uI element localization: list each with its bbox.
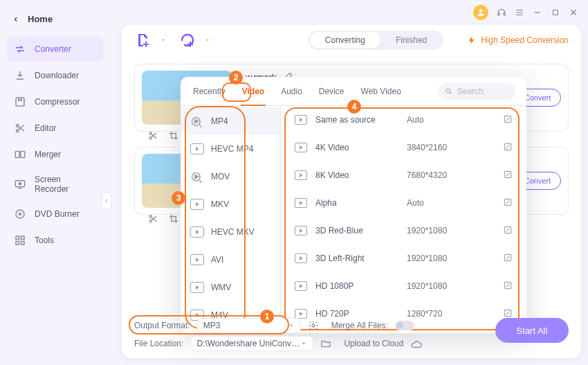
high-speed-link[interactable]: High Speed Conversion xyxy=(467,35,569,45)
output-format-select[interactable]: MP3 xyxy=(197,318,301,333)
svg-rect-14 xyxy=(16,242,19,245)
sidebar-item-merger[interactable]: Merger xyxy=(7,142,104,167)
sidebar-collapse-handle[interactable] xyxy=(102,193,111,209)
sidebar-item-label: Compressor xyxy=(35,97,80,107)
format-mkv[interactable]: MKV xyxy=(181,190,280,218)
svg-point-22 xyxy=(192,173,201,181)
edit-preset-icon[interactable] xyxy=(503,170,513,181)
sidebar-item-compressor[interactable]: Compressor xyxy=(7,89,104,114)
svg-rect-3 xyxy=(16,98,24,106)
disc-icon xyxy=(14,208,26,220)
tab-recently[interactable]: Recently xyxy=(192,77,227,106)
edit-preset-icon[interactable] xyxy=(503,281,513,292)
svg-rect-0 xyxy=(498,13,499,16)
trim-icon[interactable] xyxy=(147,213,158,226)
format-hevc-mkv[interactable]: HEVC MKV xyxy=(181,218,280,246)
format-mp4[interactable]: MP4 xyxy=(181,107,280,135)
sidebar: Home Converter Downloader Compressor Edi… xyxy=(0,0,111,365)
edit-preset-icon[interactable] xyxy=(503,142,513,154)
preset-icon xyxy=(295,226,307,235)
scissors-icon xyxy=(14,122,26,134)
sidebar-item-screen-recorder[interactable]: Screen Recorder xyxy=(7,168,104,200)
sidebar-item-editor[interactable]: Editor xyxy=(7,116,104,141)
menu-icon[interactable] xyxy=(515,8,524,17)
cloud-icon[interactable] xyxy=(410,338,421,349)
minimize-icon[interactable] xyxy=(533,8,542,17)
svg-point-21 xyxy=(192,118,201,126)
svg-rect-2 xyxy=(553,10,558,15)
segment-finished[interactable]: Finished xyxy=(380,32,442,48)
chevron-down-icon[interactable] xyxy=(205,37,210,43)
svg-point-16 xyxy=(149,132,151,134)
edit-preset-icon[interactable] xyxy=(503,225,513,237)
add-url-button[interactable] xyxy=(178,31,196,49)
tab-video[interactable]: Video xyxy=(241,77,266,106)
format-wmv[interactable]: WMV xyxy=(181,274,280,301)
main-panel: Converting Finished High Speed Conversio… xyxy=(122,25,581,358)
grid-icon xyxy=(14,234,26,247)
preset-row[interactable]: 4K Video3840*2160 xyxy=(281,134,526,161)
sidebar-item-downloader[interactable]: Downloader xyxy=(7,63,104,88)
preset-row[interactable]: 3D Red-Blue1920*1080 xyxy=(281,217,526,244)
sidebar-item-converter[interactable]: Converter xyxy=(7,37,104,62)
sidebar-item-dvd-burner[interactable]: DVD Burner xyxy=(7,202,104,226)
video-format-icon xyxy=(190,199,204,210)
preset-row[interactable]: 8K Video7680*4320 xyxy=(281,161,526,189)
tab-audio[interactable]: Audio xyxy=(279,77,304,106)
video-format-icon xyxy=(190,282,204,293)
crop-icon[interactable] xyxy=(168,213,179,226)
compress-icon xyxy=(14,96,26,108)
settings-icon[interactable] xyxy=(308,320,319,331)
preset-row[interactable]: 3D Left-Right1920*1080 xyxy=(281,244,526,272)
maximize-icon[interactable] xyxy=(551,8,560,17)
convert-icon xyxy=(14,43,26,55)
card-toolbar xyxy=(147,213,179,226)
crop-icon[interactable] xyxy=(168,130,179,143)
trim-icon[interactable] xyxy=(147,130,158,143)
merge-toggle[interactable] xyxy=(395,321,414,330)
preset-row[interactable]: Same as sourceAuto xyxy=(281,106,526,134)
svg-point-10 xyxy=(16,210,24,218)
format-hevc-mp4[interactable]: HEVC MP4 xyxy=(181,135,280,163)
preset-icon xyxy=(295,115,307,125)
sidebar-item-tools[interactable]: Tools xyxy=(7,228,104,253)
chevron-down-icon[interactable] xyxy=(160,37,166,43)
chevron-left-icon xyxy=(12,15,19,24)
format-mov[interactable]: MOV xyxy=(181,163,280,190)
svg-point-11 xyxy=(19,213,21,215)
home-link[interactable]: Home xyxy=(7,10,104,37)
file-location-select[interactable]: D:\Wondershare UniConverter 1 xyxy=(190,336,313,351)
edit-preset-icon[interactable] xyxy=(503,197,513,209)
play-zoom-icon xyxy=(190,116,204,127)
svg-point-18 xyxy=(149,215,151,217)
preset-row[interactable]: AlphaAuto xyxy=(281,189,526,217)
sidebar-item-label: DVD Burner xyxy=(35,209,80,219)
preset-icon xyxy=(295,170,307,180)
user-avatar[interactable] xyxy=(473,5,488,20)
svg-point-9 xyxy=(19,183,21,185)
play-zoom-icon xyxy=(190,171,204,182)
format-avi[interactable]: AVI xyxy=(181,246,280,274)
preset-row[interactable]: HD 1080P1920*1080 xyxy=(281,272,526,300)
format-list: MP4 HEVC MP4 MOV MKV HEVC MKV AVI WMV M4… xyxy=(181,106,281,333)
close-icon[interactable] xyxy=(569,8,578,17)
open-folder-icon[interactable] xyxy=(320,338,331,349)
tab-device[interactable]: Device xyxy=(318,77,346,106)
svg-point-17 xyxy=(149,137,151,139)
add-file-button[interactable] xyxy=(134,31,152,49)
headset-icon[interactable] xyxy=(497,8,506,17)
search-input[interactable]: Search xyxy=(438,83,515,100)
start-all-button[interactable]: Start All xyxy=(495,318,569,343)
annotation-marker-3: 3 xyxy=(172,191,185,205)
high-speed-label: High Speed Conversion xyxy=(481,35,569,45)
edit-preset-icon[interactable] xyxy=(503,114,513,126)
edit-preset-icon[interactable] xyxy=(503,253,513,265)
preset-icon xyxy=(295,143,307,152)
search-placeholder: Search xyxy=(457,87,484,96)
tab-web-video[interactable]: Web Video xyxy=(360,77,403,106)
sidebar-item-label: Tools xyxy=(35,235,54,245)
chevron-down-icon xyxy=(288,322,295,329)
annotation-marker-4: 4 xyxy=(347,100,361,114)
segment-converting[interactable]: Converting xyxy=(310,32,380,48)
merge-icon xyxy=(14,148,26,161)
